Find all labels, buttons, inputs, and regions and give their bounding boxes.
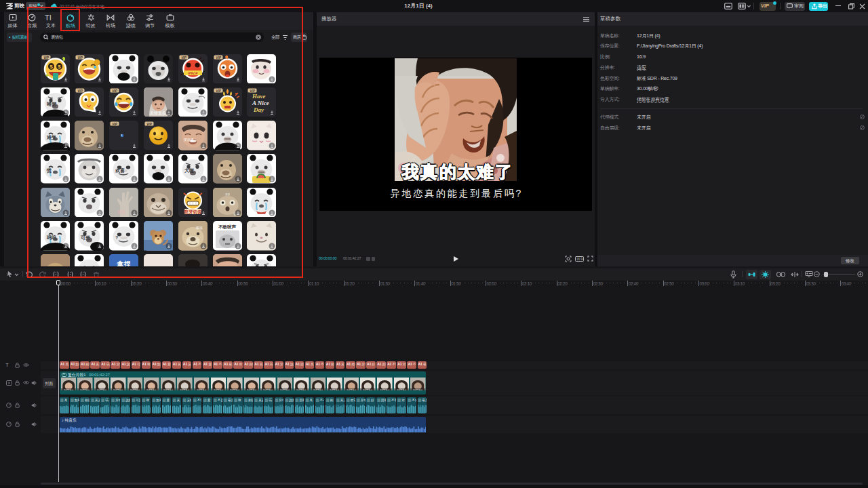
svg-text:描述文本字: 描述文本字: [230, 388, 240, 390]
svg-text:描述文本字: 描述文本字: [380, 388, 390, 390]
svg-text:描述文本字: 描述文本字: [413, 388, 423, 390]
svg-text:描述文本字: 描述文本字: [363, 388, 373, 390]
svg-text:描述文本字: 描述文本字: [213, 388, 223, 390]
svg-text:描述文本字: 描述文本字: [280, 388, 290, 390]
svg-text:描述文本字: 描述文本字: [313, 388, 323, 390]
svg-text:描述文本字: 描述文本字: [247, 388, 257, 390]
svg-text:描述文本字: 描述文本字: [113, 388, 123, 390]
svg-text:描述文本字: 描述文本字: [163, 388, 174, 390]
svg-text:描述文本字: 描述文本字: [263, 388, 273, 390]
svg-text:描述文本字: 描述文本字: [396, 388, 406, 390]
svg-text:描述文本字: 描述文本字: [347, 388, 357, 390]
svg-text:描述文本字: 描述文本字: [180, 388, 190, 390]
svg-text:描述文本字: 描述文本字: [197, 388, 207, 390]
svg-text:描述文本字: 描述文本字: [97, 388, 107, 390]
svg-text:描述文本字: 描述文本字: [80, 388, 90, 390]
svg-text:描述文本字: 描述文本字: [63, 388, 73, 390]
svg-text:描述文本字: 描述文本字: [296, 388, 307, 390]
svg-text:描述文本字: 描述文本字: [146, 388, 157, 390]
svg-text:描述文本字: 描述文本字: [330, 388, 340, 390]
svg-text:描述文本字: 描述文本字: [130, 388, 140, 390]
